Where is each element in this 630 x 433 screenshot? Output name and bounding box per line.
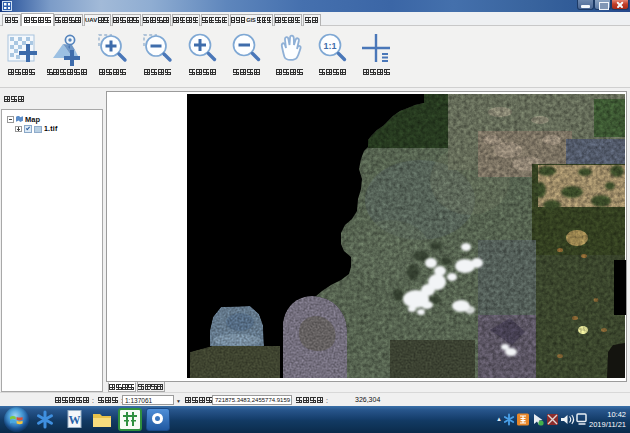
svg-text:1:1: 1:1 [323, 41, 336, 51]
svg-text:W: W [69, 413, 81, 427]
